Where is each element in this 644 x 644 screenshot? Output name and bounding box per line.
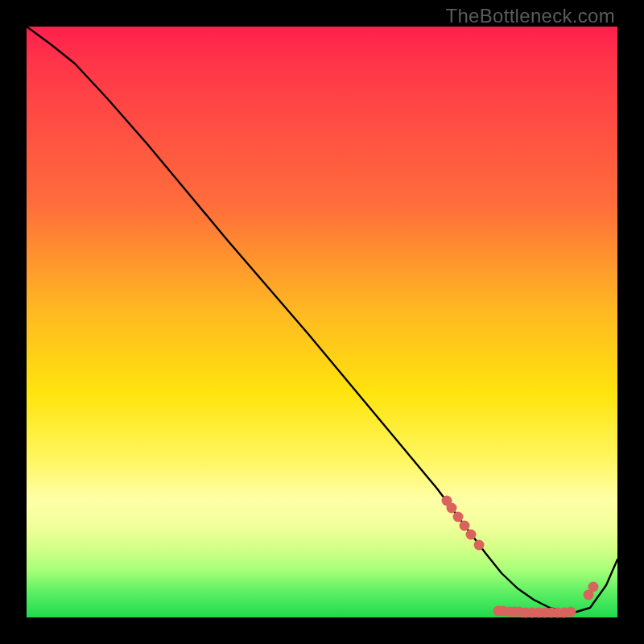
curve-marker — [566, 607, 576, 617]
bottleneck-curve — [27, 27, 617, 613]
curve-markers — [442, 496, 599, 618]
watermark-text: TheBottleneck.com — [445, 5, 615, 27]
curve-marker — [447, 503, 457, 514]
curve-marker — [466, 530, 477, 540]
curve-marker — [474, 540, 485, 551]
curve-marker — [588, 582, 599, 592]
curve-layer — [27, 27, 617, 617]
plot-area — [27, 27, 617, 617]
chart-frame: TheBottleneck.com — [0, 0, 644, 644]
curve-marker — [453, 512, 464, 522]
curve-marker — [460, 521, 470, 531]
